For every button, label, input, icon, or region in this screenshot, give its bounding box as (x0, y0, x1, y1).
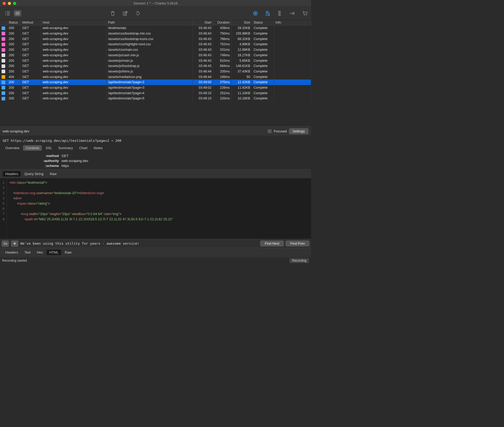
table-row[interactable]: 200GETweb-scraping.dev/assets/css/main.c… (0, 47, 311, 53)
response-subtab-hex[interactable]: Hex (34, 250, 46, 255)
trash-icon (110, 11, 115, 16)
svg-point-3 (255, 13, 256, 14)
lock-off-icon (266, 11, 270, 16)
table-row[interactable]: 200GETweb-scraping.dev/testimonials03:46… (0, 25, 311, 31)
regex-button[interactable]: ✱ (11, 240, 18, 247)
table-row[interactable]: 200GETweb-scraping.dev/api/testimonials?… (0, 80, 311, 85)
cart-icon (302, 11, 307, 16)
app-window: Session 1 * – Charles 5.0b16 StatusMetho… (0, 0, 311, 264)
column-header[interactable]: Start (193, 20, 213, 25)
code-content: <div class="testimonial"> <identicon-svg… (7, 178, 175, 239)
find-prev-button[interactable]: Find Prev (285, 240, 310, 246)
ssl-proxy-button[interactable] (266, 11, 270, 16)
detail-tabs: OverviewContentsSSLSummaryChartNotes (0, 145, 311, 152)
footer-status: Recording started (2, 259, 27, 262)
headers-panel: :methodGET:authorityweb-scraping.dev:sch… (0, 152, 311, 169)
record-icon (253, 11, 258, 16)
delete-button[interactable] (110, 11, 115, 16)
column-header[interactable]: Method (21, 20, 41, 25)
footer: Recording started Recording (0, 257, 311, 264)
compose-icon (123, 11, 128, 16)
table-row[interactable]: 200GETweb-scraping.dev/assets/js/main.js… (0, 58, 311, 63)
column-header[interactable]: Size (232, 20, 252, 25)
table-row[interactable]: 200GETweb-scraping.dev/assets/js/cash.mi… (0, 53, 311, 58)
table-row[interactable]: 200GETweb-scraping.dev/api/testimonials?… (0, 85, 311, 91)
arrow-right-icon (289, 12, 294, 15)
table-row[interactable]: 200GETweb-scraping.dev/assets/css/bootst… (0, 31, 311, 36)
traffic-lights (0, 2, 16, 5)
record-button[interactable] (253, 11, 258, 16)
request-subtabs: HeadersQuery StringRaw (0, 169, 311, 178)
table-row[interactable]: 200GETweb-scraping.dev/api/testimonials?… (0, 96, 311, 101)
table-row[interactable]: 200GETweb-scraping.dev/assets/js/bootstr… (0, 63, 311, 69)
zoom-window-button[interactable] (13, 2, 16, 5)
throttle-button[interactable] (278, 11, 281, 16)
window-title: Session 1 * – Charles 5.0b16 (133, 1, 177, 5)
tab-chart[interactable]: Chart (76, 145, 90, 151)
find-bar: Aa ✱ We've been using this utility for y… (0, 239, 311, 248)
svg-point-5 (304, 15, 305, 15)
settings-button[interactable]: Settings (289, 128, 309, 134)
header-row: :methodGET (0, 153, 311, 158)
compose-button[interactable] (123, 11, 128, 16)
hourglass-icon (278, 11, 281, 16)
list-view-button[interactable] (4, 10, 12, 17)
column-header[interactable] (0, 20, 7, 25)
response-body-viewer[interactable]: 12345678 <div class="testimonial"> <iden… (0, 178, 311, 239)
focused-checkbox[interactable] (268, 129, 272, 133)
column-header[interactable]: Host (41, 20, 107, 25)
repeat-button[interactable] (136, 11, 140, 16)
request-table[interactable]: StatusMethodHostPathStartDurationSizeSta… (0, 20, 311, 127)
tab-notes[interactable]: Notes (91, 145, 105, 151)
table-row[interactable]: 200GETweb-scraping.dev/assets/css/bootst… (0, 36, 311, 42)
table-view-button[interactable] (14, 10, 21, 17)
find-result-text: We've been using this utility for years … (20, 241, 139, 245)
minimize-window-button[interactable] (8, 2, 11, 5)
table-row[interactable]: 200GETweb-scraping.dev/assets/js/htmx.js… (0, 69, 311, 74)
close-window-button[interactable] (3, 2, 6, 5)
tab-contents[interactable]: Contents (23, 145, 42, 151)
find-next-button[interactable]: Find Next (260, 240, 284, 246)
column-header[interactable]: Duration (213, 20, 232, 25)
recording-indicator[interactable]: Recording (289, 258, 309, 263)
response-subtab-raw[interactable]: Raw (62, 250, 74, 255)
response-subtabs: HeadersTextHexHTMLRaw (0, 248, 311, 257)
grid-icon (15, 12, 20, 15)
table-row[interactable]: 404GETweb-scraping.dev/assets/media/icon… (0, 74, 311, 80)
column-header[interactable]: Status (7, 20, 21, 25)
response-subtab-headers[interactable]: Headers (3, 250, 21, 255)
request-subtab-headers[interactable]: Headers (3, 171, 21, 177)
table-row[interactable]: 200GETweb-scraping.dev/api/testimonials?… (0, 90, 311, 96)
column-header[interactable]: Info (274, 20, 311, 25)
svg-point-6 (306, 15, 307, 15)
titlebar: Session 1 * – Charles 5.0b16 (0, 0, 311, 7)
header-row: :authorityweb-scraping.dev (0, 158, 311, 163)
request-summary-line: GET https://web-scraping.dev/api/testimo… (0, 136, 311, 145)
line-gutter: 12345678 (0, 178, 7, 239)
match-case-button[interactable]: Aa (2, 240, 9, 247)
tab-ssl[interactable]: SSL (43, 145, 55, 151)
response-subtab-text[interactable]: Text (22, 250, 33, 255)
proxy-button[interactable] (289, 11, 294, 16)
toolbar (0, 7, 311, 20)
focused-label: Focused (274, 129, 287, 133)
host-label: web-scraping.dev (3, 129, 29, 133)
column-header[interactable]: Status (252, 20, 274, 25)
list-icon (5, 12, 10, 15)
column-header[interactable]: Path (107, 20, 193, 25)
request-subtab-query-string[interactable]: Query String (22, 171, 46, 177)
table-row[interactable]: 200GETweb-scraping.dev/assets/css/highli… (0, 42, 311, 47)
cart-button[interactable] (302, 11, 307, 16)
filter-bar: web-scraping.dev Focused Settings (0, 127, 311, 136)
request-subtab-raw[interactable]: Raw (47, 171, 59, 177)
repeat-icon (136, 11, 140, 16)
tab-overview[interactable]: Overview (3, 145, 22, 151)
response-subtab-html[interactable]: HTML (47, 250, 61, 255)
header-row: :schemehttps (0, 163, 311, 168)
tab-summary[interactable]: Summary (56, 145, 76, 151)
